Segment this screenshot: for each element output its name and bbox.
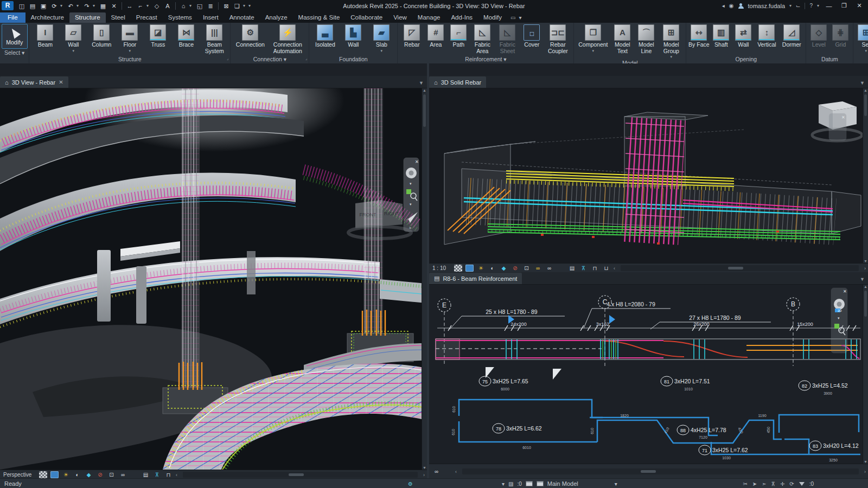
view-tab-list-dropdown[interactable]: ▼ xyxy=(857,80,868,88)
tag-icon[interactable]: ◇ xyxy=(152,2,162,10)
tab-structure[interactable]: Structure xyxy=(69,12,106,23)
scroll-up-icon[interactable]: ▲ xyxy=(864,88,867,92)
scroll-left-icon[interactable]: ‹ xyxy=(455,469,457,474)
render-icon[interactable]: ◆ xyxy=(85,471,93,478)
path-reinforcement-button[interactable]: ⌐Path xyxy=(447,24,470,48)
work-plane-panel-label[interactable]: Work Plane xyxy=(853,55,868,63)
rebar-button[interactable]: ◸Rebar xyxy=(399,24,424,48)
crop-view-icon[interactable]: ⊘ xyxy=(96,471,104,478)
minimize-button[interactable]: — xyxy=(824,3,834,9)
model-group-button[interactable]: ⊞Model Group▾ xyxy=(658,24,684,59)
visual-style-icon[interactable] xyxy=(465,265,474,272)
search-icon[interactable]: ◉ xyxy=(729,3,734,9)
measure-icon[interactable]: ↔ xyxy=(125,2,135,10)
detail-level-icon[interactable] xyxy=(39,471,47,478)
print-icon[interactable]: ▦ xyxy=(98,2,108,10)
scroll-right-icon[interactable]: › xyxy=(423,472,427,478)
customize-qat-dropdown[interactable]: ▾ xyxy=(248,3,253,8)
editable-only-icon[interactable]: ✂ xyxy=(743,481,747,487)
3d-view-dropdown[interactable]: ▾ xyxy=(189,3,194,8)
app-menu-button[interactable]: R xyxy=(2,1,14,10)
sync-dropdown[interactable]: ▾ xyxy=(60,3,65,8)
temporary-hide-isolate-icon[interactable]: ∞ xyxy=(534,265,542,272)
model-text-button[interactable]: AModel Text xyxy=(610,24,634,54)
scroll-up-icon[interactable]: ▲ xyxy=(423,88,426,92)
left-3d-canvas[interactable]: FRONT RIGHT ✕ ▾ ▾ xyxy=(0,88,427,470)
tab-steel[interactable]: Steel xyxy=(106,12,131,23)
default-3d-view-icon[interactable]: ⌂ xyxy=(178,2,188,10)
scroll-down-icon[interactable]: ▼ xyxy=(864,259,867,263)
save-icon[interactable]: ▣ xyxy=(39,2,48,10)
temporary-view-properties-icon[interactable]: ▤ xyxy=(142,471,150,478)
scroll-up-icon[interactable]: ▲ xyxy=(864,285,867,288)
tab-systems[interactable]: Systems xyxy=(163,12,197,23)
wall-button[interactable]: ▱Wall▾ xyxy=(59,24,87,53)
user-avatar-icon[interactable] xyxy=(738,3,744,9)
tab-file[interactable]: File xyxy=(0,12,25,23)
sync-icon[interactable]: ⟳ xyxy=(49,2,59,10)
select-panel-label[interactable]: Select ▾ xyxy=(0,49,29,57)
drag-on-selection-icon[interactable]: ⟳ xyxy=(789,481,794,487)
wall-foundation-button[interactable]: ▙Wall xyxy=(339,24,367,48)
tab-architecture[interactable]: Architecture xyxy=(25,12,69,23)
dormer-button[interactable]: ◿Dormer xyxy=(779,24,804,48)
perspective-scale-button[interactable]: Perspective xyxy=(3,472,36,478)
datum-panel-label[interactable]: Datum xyxy=(806,55,853,63)
close-hidden-icon[interactable]: ✕ xyxy=(109,2,119,10)
scroll-left-icon[interactable]: ‹ xyxy=(614,266,615,271)
scroll-down-icon[interactable]: ▼ xyxy=(864,460,867,464)
select-by-face-icon[interactable]: ✛ xyxy=(780,481,784,487)
active-workset[interactable]: Main Model xyxy=(547,480,578,487)
view-tab-list-dropdown[interactable]: ▼ xyxy=(857,277,868,284)
solid-rebar-3d-canvas[interactable]: ✕ ▲ ▼ xyxy=(429,88,868,263)
vertical-opening-button[interactable]: ↕Vertical xyxy=(754,24,779,48)
signed-in-user[interactable]: tomasz.fudala xyxy=(748,3,785,9)
area-reinforcement-button[interactable]: #Area xyxy=(424,24,447,48)
crop-view-icon[interactable]: ⊘ xyxy=(511,265,519,272)
tab-massing-site[interactable]: Massing & Site xyxy=(293,12,346,23)
close-inactive-views-icon[interactable]: ⊠ xyxy=(221,2,231,10)
isolated-button[interactable]: ▃Isolated xyxy=(311,24,339,48)
tab-precast[interactable]: Precast xyxy=(131,12,163,23)
shaft-button[interactable]: ▥Shaft xyxy=(710,24,732,48)
close-button[interactable]: ✕ xyxy=(854,2,865,9)
component-button[interactable]: ❒Component▾ xyxy=(576,24,610,53)
wall-opening-button[interactable]: ⇄Wall xyxy=(732,24,754,48)
tab-insert[interactable]: Insert xyxy=(197,12,224,23)
cover-button[interactable]: ⬚Cover xyxy=(520,24,544,48)
left-vertical-scrollbar[interactable]: ▲ ▼ xyxy=(422,88,427,470)
thin-lines-icon[interactable]: ≣ xyxy=(206,2,215,10)
reveal-constraints-icon[interactable]: ⊓ xyxy=(164,471,173,478)
opening-panel-label[interactable]: Opening xyxy=(686,55,806,63)
model-line-button[interactable]: ⌒Model Line xyxy=(634,24,658,54)
connection-button[interactable]: ⚙Connection xyxy=(232,24,268,48)
reveal-constraints-icon[interactable]: ⊔ xyxy=(602,265,610,272)
view-tab-beam-reinforcement[interactable]: ▤ R8-6 - Beam Reinforcement xyxy=(429,273,522,284)
temporary-hide-isolate-icon[interactable]: ∞ xyxy=(432,468,441,475)
rebar-coupler-button[interactable]: ⊐⊏Rebar Coupler xyxy=(544,24,572,54)
column-button[interactable]: ▯Column xyxy=(87,24,116,48)
help-icon[interactable]: ? xyxy=(809,3,813,9)
sun-path-icon[interactable]: ☀ xyxy=(477,265,485,272)
sun-path-icon[interactable]: ☀ xyxy=(62,471,70,478)
scale-button[interactable]: 1 : 10 xyxy=(432,265,451,271)
select-links-icon[interactable]: ➤ xyxy=(752,481,757,487)
restore-button[interactable]: ❐ xyxy=(839,2,850,9)
tab-analyze[interactable]: Analyze xyxy=(260,12,293,23)
tab-view[interactable]: View xyxy=(388,12,412,23)
right-bottom-navigation-bar[interactable]: ✕ 2D ▾ xyxy=(831,288,847,353)
redo-dropdown[interactable]: ▾ xyxy=(93,3,97,8)
connection-automation-button[interactable]: ⚡Connection Automation xyxy=(268,24,307,54)
reinforcement-panel-label[interactable]: Reinforcement ▾ xyxy=(398,55,573,63)
modify-button[interactable]: Modify xyxy=(2,24,28,49)
right-bottom-horizontal-scrollbar[interactable] xyxy=(462,468,859,474)
open-icon[interactable]: ▤ xyxy=(28,2,37,10)
scroll-down-icon[interactable]: ▼ xyxy=(423,466,426,470)
detail-level-icon[interactable] xyxy=(454,265,462,272)
section-icon[interactable]: ◱ xyxy=(195,2,205,10)
view-tab-list-dropdown[interactable]: ▼ xyxy=(416,80,427,88)
highlight-displacement-icon[interactable]: ⊓ xyxy=(591,265,599,272)
tab-add-ins[interactable]: Add-Ins xyxy=(445,12,478,23)
view-tab-3d-rebar[interactable]: ⌂ 3D View - Rebar ✕ xyxy=(0,76,68,88)
slab-button[interactable]: ▰Slab▾ xyxy=(367,24,395,53)
